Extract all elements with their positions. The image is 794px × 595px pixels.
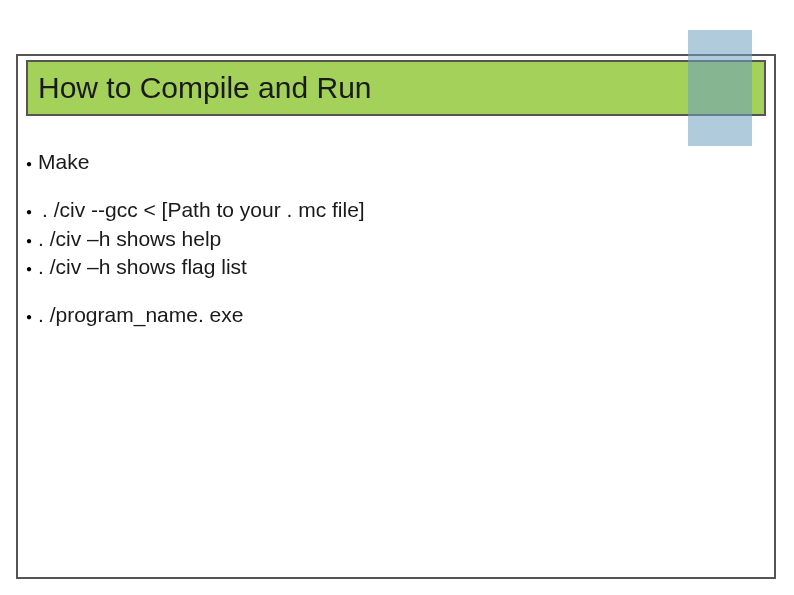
list-item: ● . /civ –h shows flag list [26, 253, 746, 281]
bullet-text: . /program_name. exe [38, 301, 243, 329]
bullet-text: . /civ –h shows flag list [38, 253, 247, 281]
list-item: ● Make [26, 148, 746, 176]
bullet-group: ● Make [26, 148, 746, 176]
bullet-icon: ● [26, 205, 38, 219]
slide: How to Compile and Run ● Make ● . /civ -… [0, 0, 794, 595]
list-item: ● . /civ –h shows help [26, 225, 746, 253]
bullet-icon: ● [26, 234, 38, 248]
bullet-group: ● . /civ --gcc < [Path to your . mc file… [26, 196, 746, 281]
bullet-icon: ● [26, 157, 38, 171]
title-bar: How to Compile and Run [26, 60, 766, 116]
bullet-icon: ● [26, 262, 38, 276]
bullet-text: . /civ –h shows help [38, 225, 221, 253]
slide-content: ● Make ● . /civ --gcc < [Path to your . … [26, 148, 746, 350]
bullet-group: ● . /program_name. exe [26, 301, 746, 329]
list-item: ● . /civ --gcc < [Path to your . mc file… [26, 196, 746, 224]
bullet-text: Make [38, 148, 89, 176]
list-item: ● . /program_name. exe [26, 301, 746, 329]
bullet-icon: ● [26, 310, 38, 324]
bullet-text: . /civ --gcc < [Path to your . mc file] [38, 196, 365, 224]
accent-rectangle [688, 30, 752, 146]
slide-title: How to Compile and Run [38, 71, 372, 105]
